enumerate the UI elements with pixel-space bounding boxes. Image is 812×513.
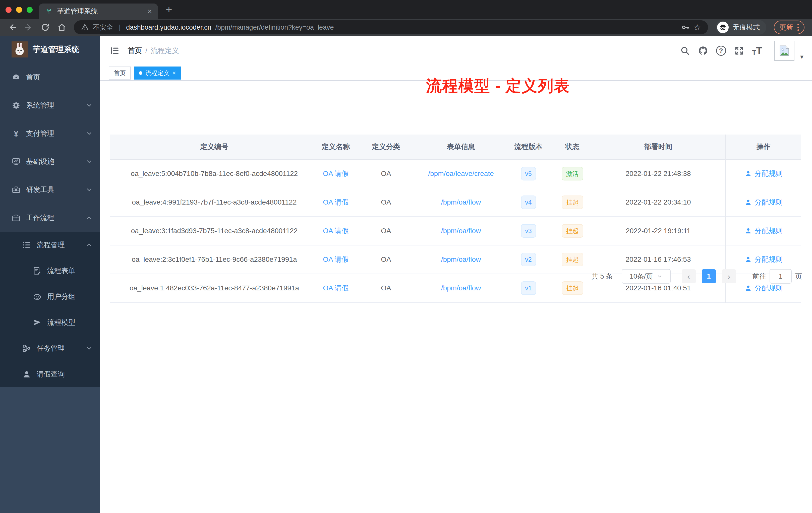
cell-category: OA [353,198,419,206]
chevron-down-icon [86,130,93,137]
sidebar-item-system[interactable]: 系统管理 [0,91,100,119]
gear-icon [11,101,21,110]
search-icon[interactable] [680,46,690,56]
window-minimize-button[interactable] [16,7,22,13]
sidebar-item-process-form[interactable]: 流程表单 [0,258,100,283]
sidebar-item-leave-query[interactable]: 请假查询 [0,361,100,387]
table-header-row: 定义编号 定义名称 定义分类 表单信息 流程版本 状态 部署时间 操作 [110,134,801,160]
col-header-status: 状态 [554,142,590,152]
page-size-select[interactable]: 10条/页 [622,269,671,283]
version-badge: v2 [521,253,536,266]
browser-menu-icon[interactable] [798,24,799,31]
home-icon[interactable] [57,23,66,32]
assign-rule-button[interactable]: 分配规则 [745,283,783,293]
sidebar-item-process-model[interactable]: 流程模型 [0,309,100,335]
sidebar-item-devtools[interactable]: 研发工具 [0,176,100,204]
definition-name-link[interactable]: OA 请假 [323,255,349,264]
sidebar-item-home[interactable]: 首页 [0,63,100,91]
col-header-form: 表单信息 [419,142,503,152]
user-icon [22,370,31,379]
form-link[interactable]: /bpm/oa/flow [441,198,481,206]
form-link[interactable]: /bpm/oa/flow [441,284,481,292]
browser-update-button[interactable]: 更新 [774,21,805,34]
status-badge: 挂起 [562,195,583,209]
password-key-icon[interactable] [681,23,690,32]
cell-category: OA [353,284,419,292]
form-link[interactable]: /bpm/oa/flow [441,255,481,264]
form-link[interactable]: /bpm/oa/leave/create [428,170,494,178]
window-zoom-button[interactable] [27,7,33,13]
sidebar-item-workflow[interactable]: 工作流程 [0,204,100,232]
goto-page-input[interactable] [770,269,792,283]
definition-name-link[interactable]: OA 请假 [323,198,349,207]
help-icon[interactable]: ? [716,46,726,56]
sidebar-item-process-management[interactable]: 流程管理 [0,232,100,258]
navbar-actions: ? TT ▾ [680,41,802,61]
back-icon[interactable] [7,23,17,32]
sidebar-menu: 芋道管理系统 首页 系统管理 ¥ 支付管理 基础设施 [0,36,100,232]
cell-deploy-time: 2022-01-22 21:48:38 [590,170,726,178]
definition-name-link[interactable]: OA 请假 [323,283,349,293]
sidebar-item-payment[interactable]: ¥ 支付管理 [0,119,100,148]
page-number-button[interactable]: 1 [702,269,716,283]
sidebar-item-infra[interactable]: 基础设施 [0,148,100,176]
monitor-icon [11,157,21,166]
next-page-button[interactable]: › [722,269,736,283]
bookmark-star-icon[interactable]: ☆ [694,23,701,32]
status-badge: 激活 [562,167,583,180]
tag-close-icon[interactable]: × [173,70,176,76]
col-header-name: 定义名称 [319,142,353,152]
sidebar: 芋道管理系统 首页 系统管理 ¥ 支付管理 基础设施 [0,36,100,513]
tag-home[interactable]: 首页 [109,66,131,80]
breadcrumb-home[interactable]: 首页 [128,46,142,56]
sidebar-item-label: 支付管理 [26,129,54,138]
chevron-down-icon [86,186,93,193]
col-header-actions: 操作 [726,142,801,152]
new-tab-button[interactable]: + [166,4,172,15]
reload-icon[interactable] [41,23,50,32]
assign-rule-button[interactable]: 分配规则 [745,198,783,207]
update-label: 更新 [779,23,793,32]
tab-close-icon[interactable]: × [147,7,152,15]
person-icon [745,227,752,235]
app-logo[interactable]: 芋道管理系统 [0,36,100,63]
task-tree-icon [22,344,31,353]
logo-rabbit-avatar [11,41,28,58]
definition-name-link[interactable]: OA 请假 [323,169,349,178]
prev-page-button[interactable]: ‹ [682,269,696,283]
collapse-sidebar-icon[interactable] [110,46,120,56]
incognito-label: 无痕模式 [733,23,760,32]
assign-rule-button[interactable]: 分配规则 [745,226,783,236]
tag-process-definition[interactable]: 流程定义 × [134,66,181,80]
fullscreen-icon[interactable] [734,46,744,56]
col-header-version: 流程版本 [503,142,554,152]
cell-definition-id: oa_leave:3:1fad3d93-7b75-11ec-a3c8-acde4… [110,227,319,235]
status-badge: 挂起 [562,224,583,238]
annotation-title: 流程模型 - 定义列表 [426,75,570,96]
col-header-deploy-time: 部署时间 [590,142,726,152]
warning-icon [81,23,89,31]
browser-tab[interactable]: 芋道管理系统 × [39,3,158,19]
address-bar[interactable]: 不安全 | dashboard.yudao.iocoder.cn/bpm/man… [74,20,708,34]
sidebar-item-label: 请假查询 [37,369,65,379]
person-icon [745,256,752,263]
status-badge: 挂起 [562,281,583,295]
sidebar-item-user-group[interactable]: 用户分组 [0,283,100,309]
page-unit-label: 页 [795,272,802,281]
definition-name-link[interactable]: OA 请假 [323,226,349,236]
sidebar-item-task-management[interactable]: 任务管理 [0,335,100,361]
assign-rule-button[interactable]: 分配规则 [745,255,783,264]
assign-rule-button[interactable]: 分配规则 [745,169,783,178]
avatar-caret-icon[interactable]: ▾ [800,53,804,61]
sidebar-item-label: 流程管理 [37,240,65,250]
security-label[interactable]: 不安全 [93,23,113,32]
forward-icon[interactable] [24,23,33,32]
window-close-button[interactable] [5,7,11,13]
url-toolbar: 不安全 | dashboard.yudao.iocoder.cn/bpm/man… [0,19,812,36]
breadcrumb-current: 流程定义 [151,46,179,56]
github-icon[interactable] [698,46,708,56]
form-link[interactable]: /bpm/oa/flow [441,227,481,235]
user-avatar[interactable]: ▾ [774,41,794,61]
goto-label: 前往 [753,272,766,281]
font-size-icon[interactable]: TT [752,46,762,56]
